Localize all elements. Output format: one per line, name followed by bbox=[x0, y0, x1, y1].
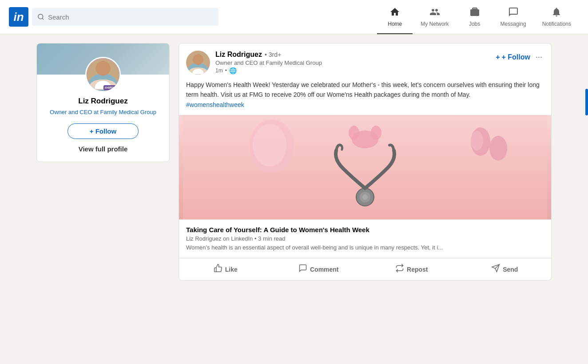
messaging-icon bbox=[508, 7, 519, 19]
svg-point-13 bbox=[471, 131, 483, 150]
view-full-profile-link[interactable]: View full profile bbox=[37, 145, 169, 153]
post-author-title: Owner and CEO at Family Medical Group bbox=[215, 59, 490, 66]
follow-plus-icon: + bbox=[496, 53, 500, 61]
comment-label: Comment bbox=[310, 266, 339, 273]
svg-point-11 bbox=[253, 124, 286, 166]
nav-network-label: My Network bbox=[421, 21, 449, 27]
svg-point-0 bbox=[38, 14, 43, 19]
nav-item-home[interactable]: Home bbox=[377, 0, 413, 34]
nav-item-messaging[interactable]: Messaging bbox=[493, 0, 534, 34]
logo-text: in bbox=[13, 11, 24, 23]
search-icon bbox=[37, 13, 44, 20]
post-more-button[interactable]: ··· bbox=[534, 51, 544, 63]
article-excerpt: Women's health is an essential aspect of… bbox=[186, 244, 544, 252]
profile-card: #HIRING Liz Rodriguez Owner and CEO at F… bbox=[36, 43, 170, 162]
feed: Liz Rodriguez • 3rd+ Owner and CEO at Fa… bbox=[179, 43, 552, 281]
svg-point-8 bbox=[349, 126, 359, 140]
linkedin-logo[interactable]: in bbox=[9, 7, 28, 27]
nav-item-network[interactable]: My Network bbox=[413, 0, 457, 34]
network-icon bbox=[429, 7, 440, 19]
nav-home-label: Home bbox=[388, 21, 402, 27]
nav-notifications-label: Notifications bbox=[542, 21, 571, 27]
post-actions: + + Follow ··· bbox=[496, 51, 544, 63]
post-image-svg bbox=[183, 115, 547, 219]
post-time-dot: • bbox=[225, 67, 227, 74]
repost-button[interactable]: Repost bbox=[365, 258, 458, 280]
article-meta: Liz Rodriguez on LinkedIn • 3 min read bbox=[186, 235, 544, 242]
post-author-name: Liz Rodriguez bbox=[215, 51, 262, 59]
post-author-degree: • 3rd+ bbox=[265, 51, 281, 58]
avatar: #HIRING bbox=[85, 57, 121, 92]
visibility-icon: 🌐 bbox=[229, 67, 237, 74]
post-meta: Liz Rodriguez • 3rd+ Owner and CEO at Fa… bbox=[215, 51, 490, 74]
post-header: Liz Rodriguez • 3rd+ Owner and CEO at Fa… bbox=[179, 44, 551, 80]
svg-point-17 bbox=[362, 194, 368, 200]
post-body: Happy Women's Health Week! Yesterday we … bbox=[179, 80, 551, 115]
navbar: in Home My Network bbox=[0, 0, 588, 34]
main-container: #HIRING Liz Rodriguez Owner and CEO at F… bbox=[28, 43, 560, 281]
profile-avatar-wrapper: #HIRING bbox=[37, 57, 169, 92]
notifications-icon bbox=[551, 7, 562, 19]
hiring-badge: #HIRING bbox=[103, 85, 119, 90]
svg-point-9 bbox=[371, 126, 381, 140]
search-input[interactable] bbox=[48, 13, 213, 21]
nav-jobs-label: Jobs bbox=[469, 21, 480, 27]
article-title: Taking Care of Yourself: A Guide to Wome… bbox=[186, 226, 544, 233]
nav-center: Home My Network Jobs bbox=[377, 0, 579, 34]
send-icon bbox=[491, 264, 500, 275]
search-bar[interactable] bbox=[32, 8, 219, 26]
post-hashtag[interactable]: #womenshealthweek bbox=[186, 101, 244, 108]
repost-label: Repost bbox=[407, 266, 428, 273]
like-button[interactable]: Like bbox=[179, 258, 272, 280]
like-label: Like bbox=[225, 266, 238, 273]
repost-icon bbox=[395, 264, 404, 275]
comment-button[interactable]: Comment bbox=[272, 258, 366, 280]
svg-point-5 bbox=[193, 54, 203, 65]
post-follow-button[interactable]: + + Follow bbox=[496, 53, 530, 61]
nav-item-notifications[interactable]: Notifications bbox=[534, 0, 579, 34]
sidebar-follow-button[interactable]: + Follow bbox=[68, 123, 139, 139]
scrollbar-accent bbox=[585, 89, 588, 115]
post-time-row: 1m • 🌐 bbox=[215, 67, 490, 74]
home-icon bbox=[389, 7, 400, 19]
like-icon bbox=[214, 264, 222, 275]
article-preview[interactable]: Taking Care of Yourself: A Guide to Wome… bbox=[179, 219, 551, 258]
svg-line-1 bbox=[42, 18, 44, 20]
sidebar: #HIRING Liz Rodriguez Owner and CEO at F… bbox=[36, 43, 170, 281]
nav-messaging-label: Messaging bbox=[501, 21, 526, 27]
nav-item-jobs[interactable]: Jobs bbox=[457, 0, 493, 34]
svg-point-3 bbox=[95, 61, 110, 75]
post-time: 1m bbox=[215, 67, 223, 74]
post-image bbox=[179, 115, 551, 219]
post-card: Liz Rodriguez • 3rd+ Owner and CEO at Fa… bbox=[179, 43, 552, 281]
profile-name: Liz Rodriguez bbox=[37, 97, 169, 106]
svg-point-14 bbox=[489, 136, 507, 161]
comment-icon bbox=[298, 264, 307, 275]
send-button[interactable]: Send bbox=[458, 258, 552, 280]
send-label: Send bbox=[503, 266, 518, 273]
post-footer: Like Comment bbox=[179, 258, 551, 280]
post-follow-label: + Follow bbox=[502, 53, 530, 61]
jobs-icon bbox=[469, 7, 480, 19]
profile-title: Owner and CEO at Family Medical Group bbox=[37, 108, 169, 116]
post-name-row: Liz Rodriguez • 3rd+ bbox=[215, 51, 490, 59]
post-text: Happy Women's Health Week! Yesterday we … bbox=[186, 80, 544, 110]
post-author-avatar[interactable] bbox=[186, 51, 210, 75]
